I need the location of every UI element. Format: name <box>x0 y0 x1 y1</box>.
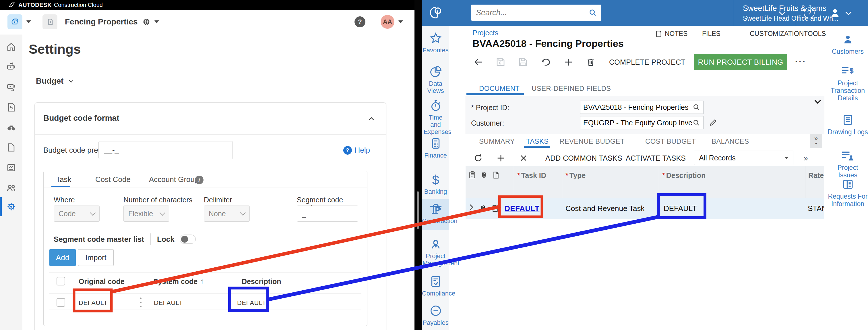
collapse-chevron-icon[interactable] <box>815 98 821 104</box>
lock-toggle[interactable] <box>180 235 196 244</box>
save-button[interactable] <box>517 56 529 68</box>
collapse-chevron-icon[interactable] <box>368 115 375 123</box>
info-icon[interactable]: i <box>195 176 204 184</box>
side-panel-project-issues[interactable]: Project Issues <box>827 150 868 179</box>
chars-select[interactable]: Flexible <box>123 205 169 222</box>
save-close-button[interactable] <box>495 56 506 68</box>
drag-handle-icon[interactable] <box>140 298 142 307</box>
records-filter-select[interactable]: All Records <box>694 150 794 165</box>
cell-task-id-link[interactable]: DEFAULT <box>505 204 539 213</box>
import-button[interactable]: Import <box>78 249 114 266</box>
delimiter-select[interactable]: None <box>204 205 250 222</box>
sidebar-item-search-explore[interactable] <box>0 119 22 136</box>
side-panel-requests-for-information[interactable]: Requests For Information <box>827 178 868 208</box>
tab-summary[interactable]: SUMMARY <box>479 137 515 145</box>
row-note-icon[interactable] <box>491 204 499 214</box>
attachments-column-icon[interactable] <box>479 171 488 181</box>
sidebar-item-transfer-files[interactable] <box>0 99 22 115</box>
add-common-tasks-button[interactable]: ADD COMMON TASKS <box>546 154 622 162</box>
column-system-code[interactable]: System code <box>153 277 197 286</box>
nav-item-data-views[interactable]: Data Views <box>422 65 449 94</box>
add-button[interactable]: Add <box>50 249 76 266</box>
project-id-field[interactable]: BVAA25018 - Fencing Properties <box>580 101 704 114</box>
lookup-icon[interactable] <box>692 103 701 111</box>
nav-item-project-management[interactable]: Project Management <box>422 238 449 267</box>
breadcrumb[interactable]: Projects <box>472 29 498 37</box>
avatar-caret-icon[interactable] <box>398 20 403 23</box>
sidebar-item-members[interactable] <box>0 180 22 196</box>
nav-item-finance[interactable]: Finance <box>422 137 449 159</box>
column-original-code[interactable]: Original code <box>79 277 125 286</box>
tab-document[interactable]: DOCUMENT <box>479 84 520 92</box>
menu-customization[interactable]: CUSTOMIZATION <box>750 30 804 38</box>
app-logo[interactable] <box>422 0 449 26</box>
tab-balances[interactable]: BALANCES <box>712 137 749 145</box>
select-all-checkbox[interactable] <box>57 277 65 285</box>
user-icon[interactable] <box>828 6 842 20</box>
customer-field[interactable]: EQUGRP - The Equity Group Investors <box>580 116 704 129</box>
delete-row-button[interactable] <box>518 153 529 164</box>
run-project-billing-button[interactable]: RUN PROJECT BILLING <box>694 54 787 70</box>
back-button[interactable] <box>472 56 484 68</box>
sidebar-item-files[interactable] <box>0 139 22 156</box>
tab-task[interactable]: Task <box>56 175 71 184</box>
lookup-icon[interactable] <box>692 119 701 127</box>
delete-button[interactable] <box>585 56 596 68</box>
task-row[interactable]: DEFAULT Cost and Revenue Task DEFAULT ST… <box>466 198 825 219</box>
tab-user-defined-fields[interactable]: USER-DEFINED FIELDS <box>532 84 611 92</box>
sidebar-item-submittals-out[interactable] <box>0 79 22 95</box>
nav-item-banking[interactable]: $ Banking <box>422 174 449 195</box>
nav-item-payables[interactable]: Payables <box>422 304 449 326</box>
column-task-id[interactable]: *Task ID <box>517 171 546 180</box>
sidebar-item-submittals-in[interactable] <box>0 59 22 75</box>
tab-cost-code[interactable]: Cost Code <box>95 175 131 184</box>
help-button[interactable]: ? <box>804 7 815 19</box>
row-expand-icon[interactable] <box>468 204 473 210</box>
nav-item-compliance[interactable]: Compliance <box>422 275 449 297</box>
menu-notes[interactable]: NOTES <box>655 30 687 38</box>
module-caret-icon[interactable] <box>26 20 31 23</box>
side-panel-drawing-logs[interactable]: Drawing Logs <box>827 114 868 136</box>
nav-item-time-expenses[interactable]: Time and Expenses <box>422 99 449 135</box>
row-checkbox[interactable] <box>57 298 65 307</box>
global-search[interactable] <box>471 5 601 21</box>
add-row-button[interactable] <box>495 153 507 164</box>
search-icon[interactable] <box>588 8 597 17</box>
project-caret-icon[interactable] <box>154 20 159 23</box>
scrollbar-thumb[interactable] <box>417 191 419 229</box>
side-panel-customers[interactable]: Customers <box>827 33 868 55</box>
nav-item-construction[interactable]: Construction <box>422 199 449 230</box>
search-input[interactable] <box>475 8 588 18</box>
user-chevron-icon[interactable] <box>845 9 852 16</box>
add-button[interactable] <box>563 56 574 68</box>
side-panel-project-transaction-details[interactable]: $ Project Transaction Details <box>827 65 868 102</box>
sidebar-item-settings[interactable] <box>0 198 22 215</box>
row-settings-icon[interactable] <box>468 171 476 181</box>
sidebar-item-reports[interactable] <box>0 159 22 176</box>
activate-tasks-button[interactable]: ACTIVATE TASKS <box>626 154 686 162</box>
nav-item-favorites[interactable]: Favorites <box>422 32 449 54</box>
help-button[interactable]: ? <box>354 17 365 27</box>
grid-more-button[interactable]: » <box>804 154 808 163</box>
active-module-button[interactable] <box>7 15 22 29</box>
undo-button[interactable] <box>540 56 552 68</box>
edit-pencil-icon[interactable] <box>709 118 718 127</box>
more-tabs-button[interactable]: »▾ <box>810 134 822 148</box>
complete-project-button[interactable]: COMPLETE PROJECT <box>609 58 685 66</box>
sidebar-item-home[interactable] <box>0 38 22 55</box>
help-link[interactable]: ? Help <box>343 146 370 155</box>
column-description[interactable]: *Description <box>662 171 706 180</box>
budget-code-preview-input[interactable] <box>98 141 233 159</box>
segment-preview-input[interactable] <box>297 205 358 222</box>
menu-files[interactable]: FILES <box>702 30 720 38</box>
column-type[interactable]: *Type <box>565 171 586 180</box>
budget-section-dropdown[interactable]: Budget <box>36 77 74 86</box>
column-description[interactable]: Description <box>242 277 281 286</box>
tab-cost-budget[interactable]: COST BUDGET <box>645 137 696 145</box>
where-select[interactable]: Code <box>54 205 100 222</box>
column-rate-table[interactable]: Rate T <box>808 171 825 180</box>
refresh-button[interactable] <box>472 153 484 164</box>
sort-asc-icon[interactable]: ↑ <box>200 277 204 285</box>
company-selector[interactable]: SweetLife Fruits & Jams SweetLife Head O… <box>743 4 795 22</box>
row-attachment-icon[interactable] <box>479 204 487 214</box>
